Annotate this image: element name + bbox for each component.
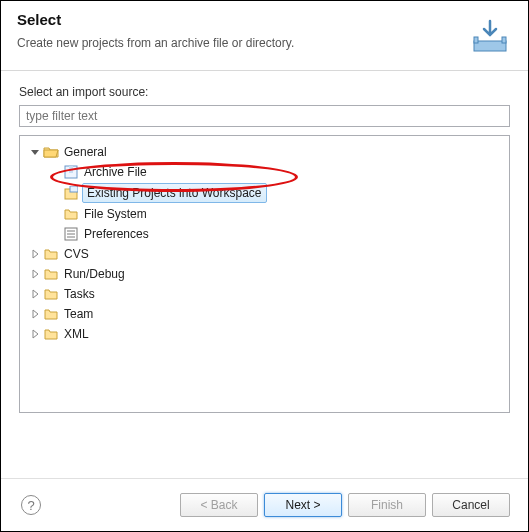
- tree-label: Preferences: [82, 225, 151, 243]
- next-button[interactable]: Next >: [264, 493, 342, 517]
- page-title: Select: [17, 11, 512, 28]
- folder-open-icon: [42, 145, 60, 159]
- tree-node-archive-file[interactable]: Archive File: [24, 162, 505, 182]
- project-icon: [62, 186, 80, 200]
- tree-node-file-system[interactable]: File System: [24, 204, 505, 224]
- wizard-button-bar: < Back Next > Finish Cancel: [180, 493, 510, 517]
- folder-icon: [42, 308, 60, 320]
- wizard-content: Select an import source: General Archive…: [1, 71, 528, 423]
- wizard-header: Select Create new projects from an archi…: [1, 1, 528, 71]
- finish-button[interactable]: Finish: [348, 493, 426, 517]
- tree-node-existing-projects[interactable]: Existing Projects into Workspace: [24, 182, 505, 204]
- import-source-tree[interactable]: General Archive File Existing Projects i…: [19, 135, 510, 413]
- chevron-right-icon[interactable]: [28, 289, 42, 299]
- archive-icon: [62, 165, 80, 179]
- chevron-right-icon[interactable]: [28, 249, 42, 259]
- svg-rect-1: [474, 37, 478, 43]
- preferences-icon: [62, 227, 80, 241]
- folder-icon: [42, 248, 60, 260]
- tree-label: Team: [62, 305, 95, 323]
- filter-text-input[interactable]: [19, 105, 510, 127]
- chevron-right-icon[interactable]: [28, 329, 42, 339]
- tree-node-xml[interactable]: XML: [24, 324, 505, 344]
- import-icon: [468, 19, 512, 58]
- tree-label: Run/Debug: [62, 265, 127, 283]
- folder-icon: [62, 208, 80, 220]
- tree-node-preferences[interactable]: Preferences: [24, 224, 505, 244]
- tree-label: General: [62, 143, 109, 161]
- tree-node-tasks[interactable]: Tasks: [24, 284, 505, 304]
- cancel-button[interactable]: Cancel: [432, 493, 510, 517]
- chevron-right-icon[interactable]: [28, 269, 42, 279]
- tree-label: Archive File: [82, 163, 149, 181]
- tree-node-cvs[interactable]: CVS: [24, 244, 505, 264]
- tree-node-team[interactable]: Team: [24, 304, 505, 324]
- svg-rect-6: [70, 186, 78, 192]
- folder-icon: [42, 288, 60, 300]
- tree-label: Existing Projects into Workspace: [82, 183, 267, 203]
- tree-label: CVS: [62, 245, 91, 263]
- divider: [1, 478, 528, 479]
- back-button[interactable]: < Back: [180, 493, 258, 517]
- import-source-label: Select an import source:: [19, 85, 510, 99]
- help-button[interactable]: ?: [21, 495, 41, 515]
- folder-icon: [42, 328, 60, 340]
- folder-icon: [42, 268, 60, 280]
- tree-node-run-debug[interactable]: Run/Debug: [24, 264, 505, 284]
- tree-node-general[interactable]: General: [24, 142, 505, 162]
- svg-rect-2: [502, 37, 506, 43]
- tree-label: XML: [62, 325, 91, 343]
- svg-rect-0: [474, 41, 506, 51]
- page-description: Create new projects from an archive file…: [17, 36, 512, 50]
- chevron-right-icon[interactable]: [28, 309, 42, 319]
- tree-label: Tasks: [62, 285, 97, 303]
- tree-label: File System: [82, 205, 149, 223]
- svg-rect-4: [69, 166, 73, 173]
- chevron-down-icon[interactable]: [28, 147, 42, 157]
